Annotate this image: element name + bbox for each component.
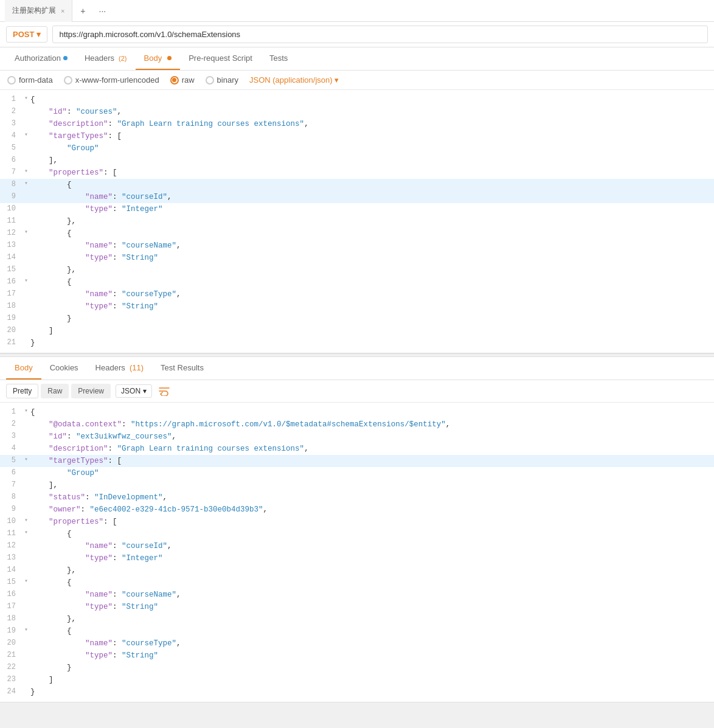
- tab-prerequest[interactable]: Pre-request Script: [180, 47, 261, 70]
- line-arrow-icon[interactable]: ▾: [22, 528, 30, 538]
- body-type-bar: form-data x-www-form-urlencoded raw bina…: [0, 71, 714, 90]
- code-line: 1▾{: [0, 406, 714, 418]
- line-arrow-icon[interactable]: ▾: [22, 179, 30, 189]
- line-arrow-icon[interactable]: ▾: [22, 625, 30, 635]
- line-number: 11: [0, 215, 22, 227]
- line-content: {: [30, 528, 714, 540]
- line-arrow-icon[interactable]: ▾: [22, 167, 30, 176]
- raw-option[interactable]: raw: [170, 75, 195, 85]
- line-content: {: [30, 406, 714, 418]
- code-line: 16▾ {: [0, 276, 714, 288]
- line-content: "Group": [30, 467, 714, 479]
- line-number: 1: [0, 406, 22, 418]
- line-number: 18: [0, 613, 22, 625]
- line-content: {: [30, 577, 714, 589]
- binary-option[interactable]: binary: [206, 75, 238, 85]
- resp-tab-cookies[interactable]: Cookies: [41, 357, 87, 380]
- line-content: ]: [30, 674, 714, 686]
- line-arrow-icon[interactable]: ▾: [22, 94, 30, 103]
- line-number: 21: [0, 337, 22, 348]
- tab-close-button[interactable]: ×: [61, 7, 64, 15]
- raw-radio[interactable]: [170, 76, 179, 85]
- resp-tab-body[interactable]: Body: [6, 357, 41, 380]
- code-line: 6 "Group": [0, 467, 714, 479]
- form-data-option[interactable]: form-data: [7, 75, 53, 85]
- request-body-editor[interactable]: 1▾{2 "id": "courses",3 "description": "G…: [0, 90, 714, 353]
- preview-button[interactable]: Preview: [71, 384, 111, 398]
- line-arrow-icon[interactable]: ▾: [22, 455, 30, 465]
- line-arrow-icon[interactable]: ▾: [22, 276, 30, 286]
- line-number: 20: [0, 637, 22, 649]
- tests-label: Tests: [269, 54, 288, 63]
- line-content: "@odata.context": "https://graph.microso…: [30, 418, 714, 431]
- url-input[interactable]: [52, 26, 708, 43]
- json-type-dropdown[interactable]: JSON (application/json) ▾: [249, 75, 339, 85]
- urlencoded-option[interactable]: x-www-form-urlencoded: [64, 75, 159, 85]
- line-number: 17: [0, 601, 22, 612]
- line-number: 5: [0, 455, 22, 466]
- response-json-dropdown[interactable]: JSON ▾: [116, 384, 152, 398]
- code-line: 10 "type": "Integer": [0, 203, 714, 215]
- code-line: 5▾ "targetTypes": [: [0, 455, 714, 467]
- code-line: 17 "type": "String": [0, 601, 714, 613]
- resp-headers-badge: (11): [130, 363, 144, 372]
- line-arrow-icon[interactable]: ▾: [22, 577, 30, 586]
- raw-label: raw: [182, 75, 195, 85]
- line-content: "name": "courseName",: [30, 240, 714, 252]
- line-number: 1: [0, 94, 22, 105]
- tab-authorization[interactable]: Authorization: [6, 47, 76, 70]
- code-line: 14 "type": "String": [0, 252, 714, 264]
- pretty-button[interactable]: Pretty: [6, 384, 38, 398]
- tab-headers[interactable]: Headers (2): [76, 47, 136, 70]
- json-type-label: JSON (application/json): [249, 75, 333, 85]
- urlencoded-radio[interactable]: [64, 76, 72, 85]
- tab-add-button[interactable]: +: [74, 2, 92, 20]
- line-arrow-icon[interactable]: ▾: [22, 406, 30, 416]
- main-tab[interactable]: 注册架构扩展 ×: [5, 0, 72, 22]
- code-line: 8 "status": "InDevelopment",: [0, 491, 714, 504]
- line-content: "owner": "e6ec4002-e329-41cb-9571-b30e0b…: [30, 504, 714, 516]
- tab-more-button[interactable]: ···: [93, 2, 111, 20]
- resp-tab-testresults[interactable]: Test Results: [152, 357, 212, 380]
- raw-button[interactable]: Raw: [41, 384, 69, 398]
- line-number: 9: [0, 191, 22, 203]
- code-line: 20 ]: [0, 325, 714, 337]
- line-content: "type": "Integer": [30, 552, 714, 564]
- line-number: 23: [0, 674, 22, 685]
- resp-testresults-label: Test Results: [161, 363, 204, 372]
- line-arrow-icon[interactable]: ▾: [22, 516, 30, 525]
- code-line: 15▾ {: [0, 577, 714, 589]
- tab-tests[interactable]: Tests: [261, 47, 296, 70]
- code-line: 21 "type": "String": [0, 650, 714, 662]
- line-number: 8: [0, 179, 22, 190]
- code-line: 15 },: [0, 264, 714, 276]
- line-number: 5: [0, 142, 22, 154]
- line-content: "type": "String": [30, 650, 714, 662]
- tab-body[interactable]: Body: [136, 47, 181, 70]
- tab-bar: 注册架构扩展 × + ···: [0, 0, 714, 22]
- line-content: "Group": [30, 142, 714, 154]
- resp-body-label: Body: [15, 363, 33, 372]
- line-content: "name": "courseType",: [30, 288, 714, 300]
- binary-label: binary: [217, 75, 238, 85]
- authorization-dot: [63, 56, 68, 60]
- line-arrow-icon[interactable]: ▾: [22, 227, 30, 237]
- resp-tab-headers[interactable]: Headers (11): [87, 357, 153, 380]
- code-line: 9 "name": "courseId",: [0, 191, 714, 203]
- line-number: 14: [0, 564, 22, 576]
- method-dropdown[interactable]: POST ▾: [6, 26, 47, 43]
- authorization-label: Authorization: [15, 54, 61, 63]
- line-number: 21: [0, 650, 22, 661]
- code-line: 19 }: [0, 313, 714, 325]
- line-content: "type": "Integer": [30, 203, 714, 215]
- line-arrow-icon[interactable]: ▾: [22, 130, 30, 140]
- line-content: {: [30, 276, 714, 288]
- line-number: 20: [0, 325, 22, 336]
- response-tabs: Body Cookies Headers (11) Test Results: [0, 357, 714, 380]
- line-number: 16: [0, 589, 22, 600]
- binary-radio[interactable]: [206, 76, 214, 85]
- wrap-icon[interactable]: [157, 384, 172, 398]
- line-content: {: [30, 94, 714, 106]
- form-data-radio[interactable]: [7, 76, 16, 85]
- code-line: 1▾{: [0, 94, 714, 106]
